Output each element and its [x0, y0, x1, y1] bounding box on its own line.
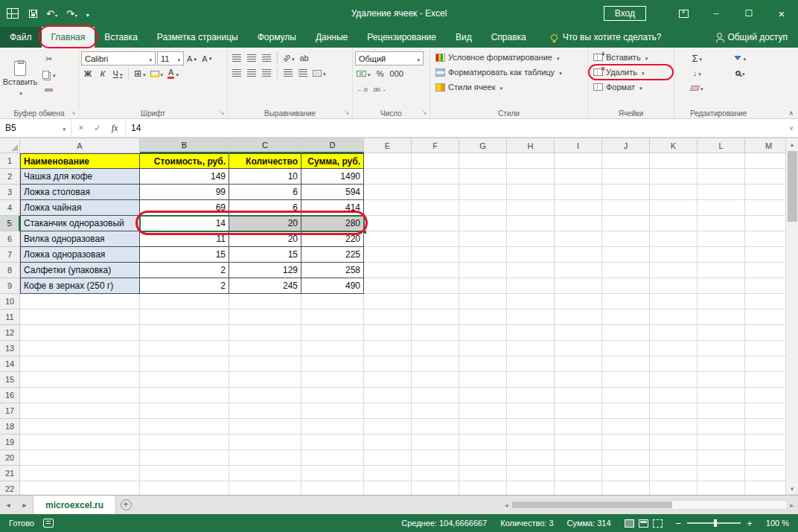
cell-F17[interactable]	[412, 403, 459, 419]
cell-E2[interactable]	[364, 169, 412, 185]
cell-A7[interactable]: Ложка одноразовая	[20, 247, 140, 263]
cell-G15[interactable]	[459, 372, 507, 388]
cell-A15[interactable]	[20, 372, 140, 388]
cell-E9[interactable]	[364, 278, 412, 294]
sheet-nav-right-button[interactable]	[16, 496, 33, 514]
cell-G14[interactable]	[459, 356, 507, 372]
formula-bar-expand-button[interactable]	[785, 119, 798, 137]
cell-F9[interactable]	[412, 278, 459, 294]
dialog-launcher-icon[interactable]	[421, 109, 428, 117]
cell-E22[interactable]	[364, 481, 412, 495]
cell-B14[interactable]	[140, 356, 229, 372]
cell-E20[interactable]	[364, 450, 412, 466]
column-header-I[interactable]: I	[555, 138, 602, 153]
cell-K18[interactable]	[650, 419, 698, 435]
cell-A12[interactable]	[20, 325, 140, 341]
font-size-combo[interactable]: 11	[157, 51, 184, 65]
cell-G7[interactable]	[459, 247, 507, 263]
tab-вставка[interactable]: Вставка	[95, 27, 147, 48]
cell-K8[interactable]	[650, 263, 698, 278]
cell-D6[interactable]: 220	[301, 231, 364, 247]
shrink-font-button[interactable]: А▼	[200, 52, 214, 65]
cell-H9[interactable]	[507, 278, 555, 294]
cell-E16[interactable]	[364, 388, 412, 403]
row-header-1[interactable]: 1	[0, 153, 20, 169]
cell-C19[interactable]	[229, 435, 301, 450]
cell-A8[interactable]: Салфетки (упаковка)	[20, 263, 140, 278]
cell-H20[interactable]	[507, 450, 555, 466]
row-header-22[interactable]: 22	[0, 481, 20, 495]
cell-G10[interactable]	[459, 294, 507, 310]
align-left-button[interactable]	[230, 66, 243, 80]
cell-J15[interactable]	[602, 372, 650, 388]
cell-I15[interactable]	[555, 372, 602, 388]
cell-I18[interactable]	[555, 419, 602, 435]
cell-M19[interactable]	[745, 435, 785, 450]
cell-C18[interactable]	[229, 419, 301, 435]
cell-E3[interactable]	[364, 185, 412, 200]
cell-E18[interactable]	[364, 419, 412, 435]
cell-D5[interactable]: 280	[301, 216, 364, 231]
zoom-slider-thumb[interactable]	[714, 519, 717, 527]
cell-M5[interactable]	[745, 216, 785, 231]
cell-D7[interactable]: 225	[301, 247, 364, 263]
cell-L2[interactable]	[698, 169, 745, 185]
column-header-M[interactable]: M	[745, 138, 785, 153]
cell-E17[interactable]	[364, 403, 412, 419]
tell-me[interactable]: Что вы хотите сделать?	[551, 27, 662, 48]
save-button[interactable]	[25, 8, 41, 19]
cell-I16[interactable]	[555, 388, 602, 403]
row-header-6[interactable]: 6	[0, 231, 20, 247]
cell-M3[interactable]	[745, 185, 785, 200]
italic-button[interactable]: К	[96, 67, 109, 80]
increase-decimal-button[interactable]	[355, 82, 369, 95]
cell-M16[interactable]	[745, 388, 785, 403]
redo-button[interactable]	[63, 7, 81, 21]
cell-A16[interactable]	[20, 388, 140, 403]
cell-H10[interactable]	[507, 294, 555, 310]
row-header-5[interactable]: 5	[0, 216, 20, 231]
cell-K7[interactable]	[650, 247, 698, 263]
cell-E6[interactable]	[364, 231, 412, 247]
cell-I13[interactable]	[555, 341, 602, 356]
cell-E11[interactable]	[364, 310, 412, 325]
cell-H12[interactable]	[507, 325, 555, 341]
cell-D10[interactable]	[301, 294, 364, 310]
cell-E4[interactable]	[364, 200, 412, 216]
cell-K12[interactable]	[650, 325, 698, 341]
font-family-combo[interactable]: Calibri	[81, 51, 156, 65]
cell-C10[interactable]	[229, 294, 301, 310]
column-header-L[interactable]: L	[698, 138, 745, 153]
cell-L4[interactable]	[698, 200, 745, 216]
cell-D12[interactable]	[301, 325, 364, 341]
cell-L5[interactable]	[698, 216, 745, 231]
cell-A3[interactable]: Ложка столовая	[20, 185, 140, 200]
cell-F10[interactable]	[412, 294, 459, 310]
cell-M9[interactable]	[745, 278, 785, 294]
cell-J13[interactable]	[602, 341, 650, 356]
scroll-left-button[interactable]: ◂	[505, 501, 508, 509]
cell-A22[interactable]	[20, 481, 140, 495]
cell-F13[interactable]	[412, 341, 459, 356]
cell-F15[interactable]	[412, 372, 459, 388]
cell-B3[interactable]: 99	[140, 185, 229, 200]
cell-A5[interactable]: Стаканчик одноразовый	[20, 216, 140, 231]
dialog-launcher-icon[interactable]	[69, 109, 77, 117]
row-header-7[interactable]: 7	[0, 247, 20, 263]
column-header-K[interactable]: K	[650, 138, 698, 153]
wrap-text-button[interactable]: ab	[298, 51, 311, 65]
dialog-launcher-icon[interactable]	[343, 109, 351, 117]
undo-button[interactable]	[42, 7, 61, 21]
cell-D8[interactable]: 258	[301, 263, 364, 278]
grow-font-button[interactable]: А▲	[185, 52, 199, 65]
cell-B4[interactable]: 69	[140, 200, 229, 216]
cell-L9[interactable]	[698, 278, 745, 294]
cell-M14[interactable]	[745, 356, 785, 372]
cell-J11[interactable]	[602, 310, 650, 325]
horizontal-scroll-track[interactable]	[511, 500, 788, 510]
cell-E5[interactable]	[364, 216, 412, 231]
cell-H2[interactable]	[507, 169, 555, 185]
cell-D11[interactable]	[301, 310, 364, 325]
cell-K16[interactable]	[650, 388, 698, 403]
cell-H11[interactable]	[507, 310, 555, 325]
